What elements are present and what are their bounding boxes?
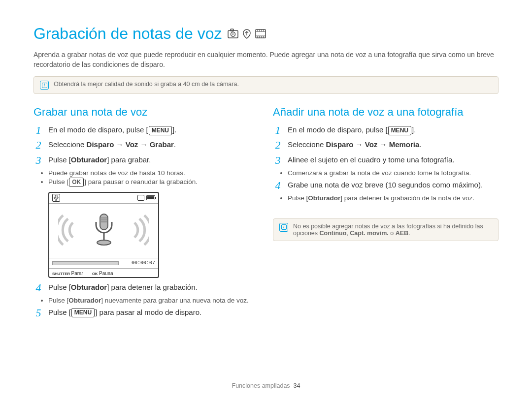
sound-waves-left-icon xyxy=(58,213,79,248)
step-3: 3 Pulse [Obturador] para grabar. xyxy=(33,154,259,166)
svg-rect-15 xyxy=(55,195,57,198)
step-3-bullets: Puede grabar notas de voz de hasta 10 ho… xyxy=(48,169,259,187)
program-mode-icon: P xyxy=(228,29,238,39)
right-column: Añadir una nota de voz a una fotografía … xyxy=(273,106,499,322)
lcd-timeline: 00:00:07 xyxy=(49,258,158,269)
title-rule xyxy=(33,46,499,46)
step-4-bullets: Pulse [Obturador] nuevamente para grabar… xyxy=(48,297,259,304)
mode-icons: P xyxy=(228,29,266,39)
note-icon: i xyxy=(279,223,288,232)
title-text: Grabación de notas de voz xyxy=(33,25,222,43)
intro-text: Aprenda a grabar notas de voz que puede … xyxy=(33,50,499,69)
r-step-4: 4 Grabe una nota de voz breve (10 segund… xyxy=(273,180,499,191)
tip-box: i Obtendrá la mejor calidad de sonido si… xyxy=(33,76,499,94)
step-2: 2 Seleccione Disparo → Voz → Grabar. xyxy=(33,139,259,151)
lcd-bottom-bar: SHUTTER Parar OK Pausa xyxy=(49,269,158,278)
left-column: Grabar una nota de voz 1 En el modo de d… xyxy=(33,106,259,322)
r-step-3-bullets: Comenzará a grabar la nota de voz cuando… xyxy=(288,169,499,177)
ok-key: OK xyxy=(69,178,84,187)
r-step-3: 3 Alinee el sujeto en el cuadro y tome u… xyxy=(273,154,499,166)
right-note-box: i No es posible agregar notas de voz a l… xyxy=(273,218,499,241)
menu-key: MENU xyxy=(388,126,411,135)
right-heading: Añadir una nota de voz a una fotografía xyxy=(273,106,499,119)
dual-is-mode-icon xyxy=(241,29,252,39)
svg-rect-1 xyxy=(231,29,233,31)
tip-text: Obtendrá la mejor calidad de sonido si g… xyxy=(54,81,239,88)
sd-card-icon xyxy=(137,195,144,201)
svg-text:P: P xyxy=(232,33,234,36)
step-1: 1 En el modo de disparo, pulse [MENU]. xyxy=(33,124,259,136)
r-step-2: 2 Seleccione Disparo → Voz → Memoria. xyxy=(273,139,499,151)
page-title: Grabación de notas de voz P xyxy=(33,25,499,43)
note-icon: i xyxy=(40,81,49,90)
svg-point-23 xyxy=(97,240,111,245)
sound-waves-right-icon xyxy=(129,213,149,248)
menu-key: MENU xyxy=(149,126,172,135)
timer-text: 00:00:07 xyxy=(132,260,155,266)
r-step-1: 1 En el modo de disparo, pulse [MENU]. xyxy=(273,124,499,136)
battery-icon xyxy=(146,195,155,200)
step-5: 5 Pulse [MENU] para pasar al modo de dis… xyxy=(33,307,259,319)
svg-rect-4 xyxy=(256,30,266,38)
r-step-4-bullets: Pulse [Obturador] para detener la grabac… xyxy=(288,194,499,202)
lcd-illustration: 00:00:07 SHUTTER Parar OK Pausa xyxy=(48,192,159,278)
menu-key: MENU xyxy=(71,308,95,317)
right-note-text: No es posible agregar notas de voz a las… xyxy=(293,223,492,237)
scene-mode-icon xyxy=(255,29,266,39)
mic-small-icon xyxy=(52,194,60,202)
lcd-center xyxy=(49,204,158,258)
page-footer: Funciones ampliadas 34 xyxy=(0,382,532,389)
lcd-top-bar xyxy=(49,193,158,204)
step-4: 4 Pulse [Obturador] para detener la grab… xyxy=(33,282,259,294)
microphone-large-icon xyxy=(90,212,118,249)
left-heading: Grabar una nota de voz xyxy=(33,106,259,119)
